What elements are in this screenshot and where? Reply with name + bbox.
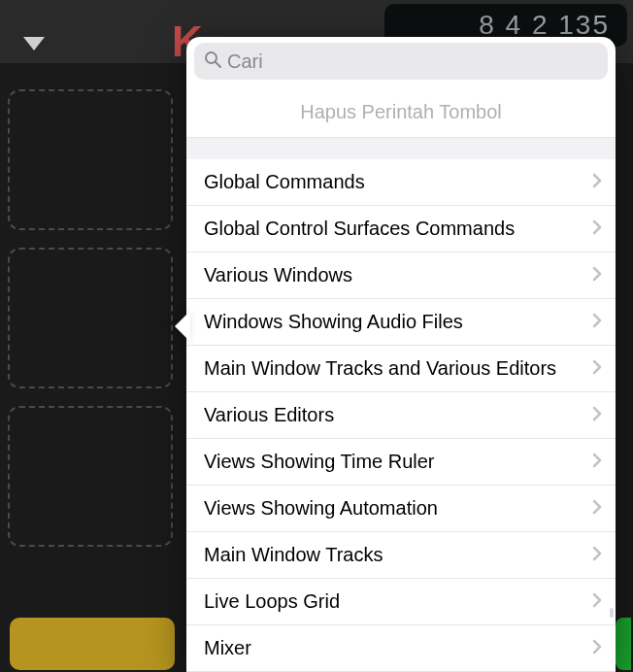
chevron-right-icon: [592, 497, 602, 520]
menu-list: Global CommandsGlobal Control Surfaces C…: [186, 159, 616, 672]
green-button[interactable]: [616, 618, 631, 670]
menu-item-label: Main Window Tracks and Various Editors: [204, 357, 556, 380]
empty-slot[interactable]: [8, 406, 173, 547]
chevron-right-icon: [592, 637, 602, 659]
menu-item-label: Main Window Tracks: [204, 544, 383, 566]
yellow-button[interactable]: [10, 618, 175, 670]
chevron-right-icon: [592, 218, 602, 240]
menu-item-label: Mixer: [204, 637, 251, 659]
popover-header-label: Hapus Perintah Tombol: [186, 85, 616, 138]
menu-item-label: Windows Showing Audio Files: [204, 311, 463, 333]
search-icon: [204, 50, 221, 72]
menu-item[interactable]: Various Editors: [186, 392, 616, 439]
popover-arrow-icon: [175, 311, 190, 342]
menu-item[interactable]: Mixer: [186, 625, 616, 672]
chevron-right-icon: [592, 357, 602, 380]
menu-item-label: Global Control Surfaces Commands: [204, 218, 515, 240]
search-input[interactable]: [227, 50, 598, 73]
menu-item[interactable]: Various Windows: [186, 252, 616, 299]
menu-item-label: Views Showing Time Ruler: [204, 451, 435, 473]
command-popover: Hapus Perintah Tombol Global CommandsGlo…: [186, 37, 616, 672]
menu-item[interactable]: Main Window Tracks: [186, 532, 616, 579]
chevron-right-icon: [592, 311, 602, 333]
chevron-right-icon: [592, 451, 602, 473]
menu-item-label: Global Commands: [204, 171, 365, 193]
empty-slot[interactable]: [8, 248, 173, 388]
svg-line-2: [216, 62, 220, 67]
menu-item-label: Live Loops Grid: [204, 590, 340, 613]
section-spacer: [186, 138, 616, 159]
menu-item-label: Various Windows: [204, 264, 352, 286]
menu-item[interactable]: Views Showing Automation: [186, 486, 616, 532]
slot-column: [8, 89, 173, 564]
dropdown-chevron-icon[interactable]: [23, 37, 45, 54]
menu-item[interactable]: Main Window Tracks and Various Editors: [186, 346, 616, 392]
menu-item[interactable]: Global Commands: [186, 159, 616, 206]
menu-item[interactable]: Views Showing Time Ruler: [186, 439, 616, 486]
chevron-right-icon: [592, 171, 602, 193]
empty-slot[interactable]: [8, 89, 173, 230]
menu-item[interactable]: Global Control Surfaces Commands: [186, 206, 616, 252]
chevron-right-icon: [592, 544, 602, 566]
search-field[interactable]: [194, 43, 608, 80]
menu-item[interactable]: Live Loops Grid: [186, 579, 616, 625]
scroll-thumb[interactable]: [608, 606, 616, 620]
menu-item-label: Views Showing Automation: [204, 497, 438, 520]
menu-item-label: Various Editors: [204, 404, 334, 426]
chevron-right-icon: [592, 404, 602, 426]
chevron-right-icon: [592, 590, 602, 613]
bottom-buttons: [10, 618, 175, 670]
svg-marker-0: [23, 37, 45, 50]
position-counter-text: 8 4 2 135: [479, 10, 610, 40]
menu-item[interactable]: Windows Showing Audio Files: [186, 299, 616, 346]
chevron-right-icon: [592, 264, 602, 286]
